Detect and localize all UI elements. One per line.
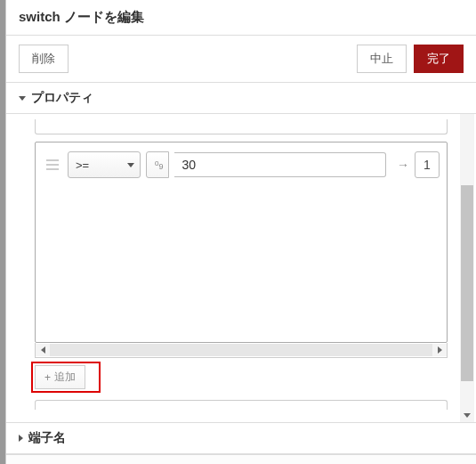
section-properties-label: プロパティ	[31, 90, 93, 106]
rules-list: >= 09 → 1	[35, 142, 448, 343]
panel-footer-gap	[6, 454, 476, 464]
triangle-down-icon	[464, 413, 471, 418]
add-rule-label: 追加	[54, 370, 76, 385]
operator-select[interactable]: >=	[68, 151, 141, 178]
v-scroll-thumb[interactable]	[461, 185, 473, 381]
operator-value: >=	[76, 159, 89, 172]
triangle-right-icon	[438, 346, 442, 354]
output-index: 1	[415, 151, 440, 178]
next-field-fragment	[35, 400, 448, 410]
output-arrow-icon: →	[391, 158, 409, 172]
properties-v-scrollbar[interactable]	[460, 114, 474, 422]
rules-h-scrollbar[interactable]	[35, 343, 448, 358]
number-type-icon: 09	[155, 160, 163, 170]
toolbar: 削除 中止 完了	[6, 36, 476, 83]
rule-value-input[interactable]	[174, 152, 386, 177]
rule-row: >= 09 → 1	[36, 142, 447, 187]
panel-title: switch ノードを編集	[6, 0, 476, 36]
scroll-down-button[interactable]	[460, 408, 474, 422]
scroll-right-button[interactable]	[432, 344, 447, 356]
delete-button[interactable]: 削除	[19, 45, 69, 73]
add-rule-button[interactable]: + 追加	[35, 365, 85, 389]
h-scroll-track[interactable]	[50, 344, 432, 356]
previous-field-fragment	[35, 119, 448, 134]
properties-body: >= 09 → 1 +	[6, 114, 476, 422]
add-button-highlight: + 追加	[31, 362, 101, 393]
value-type-toggle[interactable]: 09	[146, 151, 169, 178]
section-properties-header[interactable]: プロパティ	[6, 83, 476, 114]
section-ports-label: 端子名	[28, 430, 66, 446]
triangle-left-icon	[41, 346, 45, 354]
cancel-button[interactable]: 中止	[357, 45, 407, 73]
edit-panel: switch ノードを編集 削除 中止 完了 プロパティ >=	[5, 0, 476, 464]
done-button[interactable]: 完了	[414, 45, 464, 73]
scroll-left-button[interactable]	[36, 344, 50, 356]
chevron-right-icon	[19, 435, 23, 442]
section-ports-header[interactable]: 端子名	[6, 422, 476, 454]
drag-handle-icon[interactable]	[43, 159, 62, 170]
chevron-down-icon	[127, 163, 134, 167]
v-scroll-track[interactable]	[460, 114, 474, 408]
plus-icon: +	[44, 371, 51, 384]
chevron-down-icon	[19, 96, 26, 101]
